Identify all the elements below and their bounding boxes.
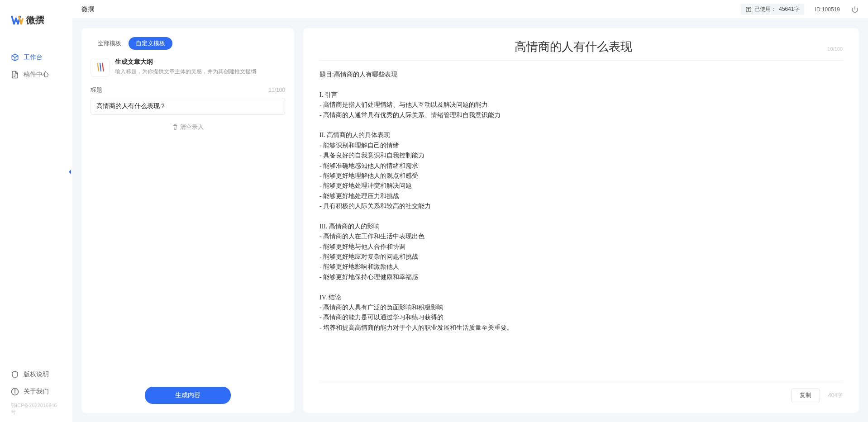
doc-title-counter: 10/100 <box>827 46 843 52</box>
doc-body[interactable]: 题目:高情商的人有哪些表现 I. 引言 - 高情商是指人们处理情绪、与他人互动以… <box>320 70 843 377</box>
clear-button[interactable]: 清空录入 <box>172 123 204 131</box>
nav-item-label: 关于我们 <box>24 388 49 396</box>
icp-text: 鄂ICP备2022016946号 <box>0 400 72 417</box>
tab-all-templates[interactable]: 全部模板 <box>91 37 129 50</box>
nav-item-label: 版权说明 <box>24 370 49 379</box>
document-icon <box>11 71 19 79</box>
title-input[interactable] <box>91 98 285 115</box>
sidebar: 微撰 工作台 稿件中心 版权说明 关于我们 鄂ICP备202201 <box>0 0 72 422</box>
nav-item-drafts[interactable]: 稿件中心 <box>0 66 72 83</box>
template-desc: 输入标题，为你提供文章主体的灵感，并为其创建推文提纲 <box>115 68 285 76</box>
logo-text: 微撰 <box>26 14 44 26</box>
shield-icon <box>11 370 19 379</box>
sidebar-collapse[interactable] <box>66 167 73 176</box>
user-id: ID:100519 <box>815 6 840 13</box>
nav: 工作台 稿件中心 <box>0 40 72 366</box>
usage-chip[interactable]: 已使用：45641字 <box>741 4 804 15</box>
info-icon <box>11 388 19 396</box>
doc-title[interactable]: 高情商的人有什么表现 <box>320 39 827 55</box>
word-count: 404字 <box>828 392 843 399</box>
chevron-left-icon <box>67 169 72 175</box>
nav-item-copyright[interactable]: 版权说明 <box>0 366 72 383</box>
copy-button[interactable]: 复制 <box>791 389 820 402</box>
generate-button[interactable]: 生成内容 <box>145 387 231 404</box>
power-icon[interactable] <box>851 5 859 14</box>
usage-prefix: 已使用： <box>754 5 776 13</box>
template-icon <box>91 58 110 77</box>
tab-custom-templates[interactable]: 自定义模板 <box>129 37 172 50</box>
text-icon <box>745 6 752 13</box>
usage-value: 45641字 <box>779 5 799 13</box>
topbar: 微撰 已使用：45641字 ID:100519 <box>72 0 868 19</box>
field-label-title: 标题 <box>91 86 102 94</box>
panel-right: 高情商的人有什么表现 10/100 题目:高情商的人有哪些表现 I. 引言 - … <box>303 28 859 413</box>
svg-point-2 <box>14 390 15 391</box>
clear-label: 清空录入 <box>180 123 204 131</box>
logo-icon <box>11 14 24 26</box>
panel-left: 全部模板 自定义模板 生成文章大纲 输入标题，为你提供文章主体的灵感，并为其创建… <box>81 28 294 413</box>
field-counter: 11/100 <box>268 87 285 93</box>
template-tabs: 全部模板 自定义模板 <box>91 37 285 50</box>
nav-item-about[interactable]: 关于我们 <box>0 383 72 400</box>
cube-icon <box>11 53 19 62</box>
template-title: 生成文章大纲 <box>115 58 285 66</box>
template-card: 生成文章大纲 输入标题，为你提供文章主体的灵感，并为其创建推文提纲 <box>91 58 285 77</box>
topbar-title: 微撰 <box>81 5 94 14</box>
nav-item-label: 稿件中心 <box>24 71 49 79</box>
logo: 微撰 <box>0 14 72 40</box>
nav-item-workbench[interactable]: 工作台 <box>0 49 72 66</box>
trash-icon <box>172 124 178 130</box>
nav-item-label: 工作台 <box>24 53 43 62</box>
